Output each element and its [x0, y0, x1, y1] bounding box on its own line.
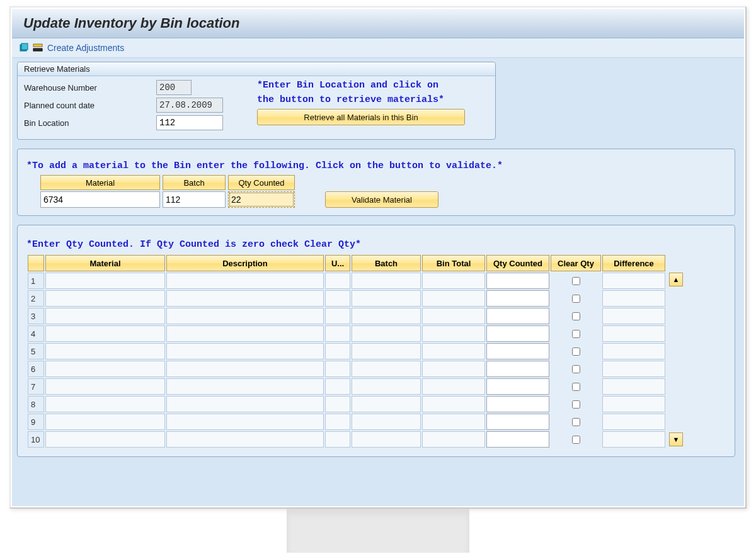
col-header-difference[interactable]: Difference: [602, 255, 665, 271]
cell-description: [166, 325, 324, 342]
row-number[interactable]: 2: [28, 290, 44, 307]
clear-qty-checkbox[interactable]: [572, 418, 580, 426]
qty-counted-input[interactable]: [487, 379, 549, 394]
table-row: 9: [28, 414, 665, 430]
table-row: 1: [28, 273, 665, 289]
cell-difference: [602, 273, 665, 289]
cell-bin-total: [422, 343, 485, 359]
cell-difference: [602, 308, 665, 324]
planned-count-date-label: Planned count date: [24, 101, 156, 110]
qty-counted-input[interactable]: [487, 344, 549, 359]
chevron-down-icon: ▼: [673, 436, 680, 443]
chevron-up-icon: ▲: [673, 276, 680, 283]
content-area: Retrieve Materials Warehouse Number Plan…: [12, 58, 744, 470]
document-stack-icon[interactable]: [18, 42, 30, 54]
table-row: 8: [28, 396, 665, 412]
cell-batch: [352, 378, 421, 395]
row-number[interactable]: 8: [28, 396, 44, 412]
row-number[interactable]: 9: [28, 414, 44, 430]
bin-location-field[interactable]: [156, 115, 223, 130]
cell-material: [45, 273, 165, 289]
add-material-material-input[interactable]: [40, 191, 160, 208]
qty-counted-input[interactable]: [487, 273, 549, 288]
qty-counted-input[interactable]: [487, 291, 549, 306]
cell-bin-total: [422, 325, 485, 342]
col-header-uom[interactable]: U...: [325, 255, 350, 271]
cell-uom: [325, 378, 350, 395]
cell-batch: [352, 396, 421, 412]
svg-rect-2: [33, 44, 42, 47]
cell-uom: [325, 414, 350, 430]
retrieve-materials-button[interactable]: Retrieve all Materials in this Bin: [257, 109, 465, 125]
add-material-qty-input[interactable]: [228, 191, 295, 208]
row-number[interactable]: 5: [28, 343, 44, 359]
qty-counted-input[interactable]: [487, 308, 549, 324]
cell-difference: [602, 290, 665, 307]
cell-difference: [602, 361, 665, 377]
cell-qty-counted[interactable]: [486, 361, 549, 377]
row-number[interactable]: 4: [28, 325, 44, 342]
scroll-up-button[interactable]: ▲: [669, 273, 683, 286]
table-row: 10: [28, 431, 665, 448]
cell-difference: [602, 343, 665, 359]
row-number[interactable]: 10: [28, 431, 44, 448]
table-row: 6: [28, 361, 665, 377]
retrieve-panel-body: Warehouse Number Planned count date Bin …: [18, 76, 495, 139]
row-number[interactable]: 1: [28, 273, 44, 289]
validate-material-button[interactable]: Validate Material: [325, 191, 438, 208]
clear-qty-checkbox[interactable]: [572, 330, 580, 338]
clear-qty-checkbox[interactable]: [572, 400, 580, 409]
qty-counted-input[interactable]: [487, 432, 549, 447]
cell-bin-total: [422, 273, 485, 289]
qty-counted-input[interactable]: [487, 361, 549, 376]
cell-material: [45, 325, 165, 342]
warehouse-number-field: [156, 80, 192, 95]
clear-qty-checkbox[interactable]: [572, 365, 580, 373]
cell-material: [45, 343, 165, 359]
col-header-batch[interactable]: Batch: [352, 255, 421, 271]
add-material-batch-input[interactable]: [163, 191, 226, 208]
cell-batch: [352, 325, 421, 342]
retrieve-materials-panel: Retrieve Materials Warehouse Number Plan…: [17, 62, 496, 140]
create-adjustments-link[interactable]: Create Adjustments: [47, 43, 124, 53]
cell-description: [166, 290, 324, 307]
col-header-material[interactable]: Material: [45, 255, 165, 271]
cell-qty-counted[interactable]: [486, 343, 549, 359]
svg-rect-3: [33, 48, 42, 51]
col-header-qty-counted[interactable]: Qty Counted: [486, 255, 549, 271]
cell-difference: [602, 325, 665, 342]
cell-material: [45, 308, 165, 324]
qty-counted-input[interactable]: [487, 397, 549, 412]
clear-qty-checkbox[interactable]: [572, 277, 580, 285]
cell-qty-counted[interactable]: [486, 308, 549, 324]
cell-qty-counted[interactable]: [486, 414, 549, 430]
table-row: 2: [28, 290, 665, 307]
cell-qty-counted[interactable]: [486, 290, 549, 307]
clear-qty-checkbox[interactable]: [572, 295, 580, 303]
clear-qty-checkbox[interactable]: [572, 347, 580, 356]
col-header-bin-total[interactable]: Bin Total: [422, 255, 485, 271]
col-header-clear-qty[interactable]: Clear Qty: [551, 255, 601, 271]
scroll-down-button[interactable]: ▼: [669, 432, 683, 446]
row-number[interactable]: 6: [28, 361, 44, 377]
cell-qty-counted[interactable]: [486, 325, 549, 342]
cell-qty-counted[interactable]: [486, 378, 549, 395]
cell-qty-counted[interactable]: [486, 273, 549, 289]
retrieve-panel-title: Retrieve Materials: [18, 62, 495, 76]
clear-qty-checkbox[interactable]: [572, 383, 580, 391]
cell-qty-counted[interactable]: [486, 396, 549, 412]
col-header-description[interactable]: Description: [166, 255, 324, 271]
clear-qty-checkbox[interactable]: [572, 436, 580, 444]
cell-qty-counted[interactable]: [486, 431, 549, 448]
adjust-icon[interactable]: [32, 42, 43, 54]
row-number[interactable]: 7: [28, 378, 44, 395]
cell-uom: [325, 343, 350, 359]
add-material-col-qty: Qty Counted: [228, 175, 295, 190]
table-row: 5: [28, 343, 665, 359]
clear-qty-checkbox[interactable]: [572, 312, 580, 320]
qty-counted-input[interactable]: [487, 414, 549, 429]
qty-counted-input[interactable]: [487, 326, 549, 341]
row-number[interactable]: 3: [28, 308, 44, 324]
cell-material: [45, 378, 165, 395]
row-selector-header[interactable]: [28, 255, 44, 271]
